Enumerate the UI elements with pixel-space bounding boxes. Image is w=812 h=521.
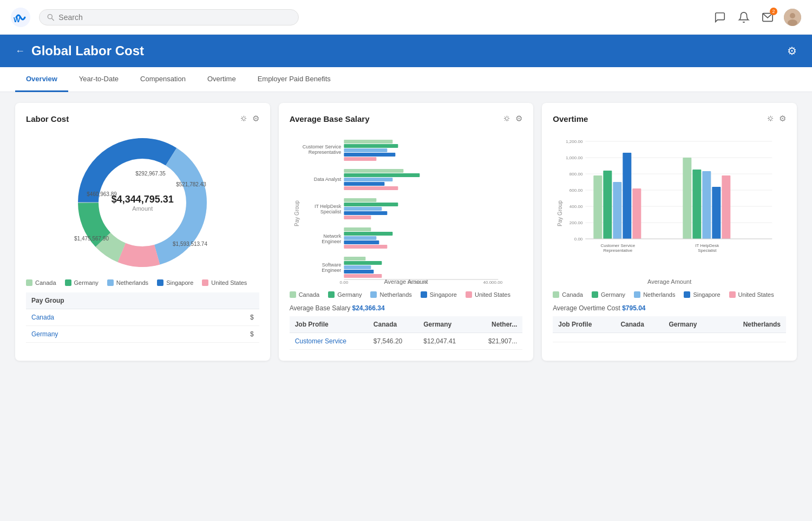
svg-rect-46 xyxy=(344,236,376,240)
svg-point-2 xyxy=(48,14,52,18)
svg-text:Customer Service: Customer Service xyxy=(302,144,341,149)
chat-icon[interactable] xyxy=(712,10,728,25)
legend-germany-label: Germany xyxy=(74,279,99,286)
inbox-icon[interactable]: 2 xyxy=(760,10,775,25)
overtime-legend: Canada Germany Netherlands Singapore Uni… xyxy=(553,291,786,298)
svg-rect-76 xyxy=(623,153,632,239)
ot-legend-netherlands: Netherlands xyxy=(634,291,675,298)
salary-legend-us: United States xyxy=(466,291,510,298)
ot-legend-germany: Germany xyxy=(592,291,625,298)
svg-text:1,200.00: 1,200.00 xyxy=(566,139,584,144)
th-value xyxy=(201,292,259,309)
overtime-icons: ⛭ ⚙ xyxy=(767,114,786,123)
avg-salary-card: Average Base Salary ⛭ ⚙ Pay Group Custom… xyxy=(279,103,534,361)
canada-link[interactable]: Canada xyxy=(31,314,54,321)
svg-rect-44 xyxy=(344,227,371,231)
overtime-bar-chart: Pay Group 1,200.00 1,000.00 800.00 600.0… xyxy=(553,132,786,284)
svg-rect-51 xyxy=(344,265,371,269)
gear-card-icon2[interactable]: ⚙ xyxy=(515,114,522,123)
labor-cost-card: Labor Cost ⛭ ⚙ xyxy=(15,103,270,361)
svg-text:$521,782.43: $521,782.43 xyxy=(176,181,207,187)
salary-chart-svg: Pay Group Customer Service Representativ… xyxy=(290,132,523,284)
svg-text:Software: Software xyxy=(322,262,341,268)
salary-legend-singapore: Singapore xyxy=(421,291,457,298)
svg-text:$1,475,567.90: $1,475,567.90 xyxy=(74,236,109,242)
filter-icon2[interactable]: ⛭ xyxy=(503,114,511,123)
svg-text:$1,593,513.74: $1,593,513.74 xyxy=(173,241,207,247)
svg-rect-30 xyxy=(344,144,398,148)
svg-text:20,000.00: 20,000.00 xyxy=(407,280,427,284)
search-bar[interactable] xyxy=(39,9,299,25)
svg-text:Engineer: Engineer xyxy=(322,268,341,273)
svg-text:Customer Service: Customer Service xyxy=(601,243,636,248)
svg-text:Network: Network xyxy=(323,233,342,239)
settings-icon[interactable]: ⚙ xyxy=(787,44,797,57)
cs-nether: $21,907... xyxy=(473,333,522,350)
svg-rect-31 xyxy=(344,148,387,152)
svg-text:$292,967.35: $292,967.35 xyxy=(136,171,166,177)
svg-point-7 xyxy=(788,19,797,26)
tab-compensation[interactable]: Compensation xyxy=(129,67,197,92)
th-pay-group: Pay Group xyxy=(26,292,201,309)
legend-netherlands: Netherlands xyxy=(107,279,148,286)
svg-rect-29 xyxy=(344,140,392,144)
svg-rect-41 xyxy=(344,207,382,211)
ot-table-empty xyxy=(553,333,786,342)
avg-salary-stat: Average Base Salary $24,366.34 xyxy=(290,304,523,312)
svg-text:Pay Group: Pay Group xyxy=(558,200,564,226)
svg-point-6 xyxy=(790,13,795,18)
gear-card-icon[interactable]: ⚙ xyxy=(252,114,259,123)
filter-icon[interactable]: ⛭ xyxy=(240,114,248,123)
svg-rect-32 xyxy=(344,153,395,157)
filter-icon3[interactable]: ⛭ xyxy=(767,114,775,123)
customer-service-link[interactable]: Customer Service xyxy=(295,337,346,345)
salary-table-row: Customer Service $7,546.20 $12,047.41 $2… xyxy=(290,333,523,350)
overtime-title: Overtime xyxy=(553,114,588,123)
ot-table-row xyxy=(553,333,786,342)
tab-overtime[interactable]: Overtime xyxy=(197,67,247,92)
germany-link[interactable]: Germany xyxy=(31,330,58,338)
svg-rect-78 xyxy=(683,158,692,239)
cs-germany: $12,047.41 xyxy=(418,333,473,350)
table-row: Germany $ xyxy=(26,326,259,343)
svg-rect-74 xyxy=(604,171,612,239)
svg-text:0.00: 0.00 xyxy=(339,280,348,284)
back-button[interactable]: ← xyxy=(15,45,25,57)
svg-rect-40 xyxy=(344,203,398,206)
svg-text:400.00: 400.00 xyxy=(569,204,583,209)
overtime-table: Job Profile Canada Germany Netherlands xyxy=(553,316,786,342)
svg-rect-39 xyxy=(344,198,376,202)
tab-ytd[interactable]: Year-to-Date xyxy=(68,67,129,92)
search-input[interactable] xyxy=(58,13,291,22)
legend-us-dot xyxy=(202,279,208,286)
legend-canada: Canada xyxy=(26,279,56,286)
gear-card-icon3[interactable]: ⚙ xyxy=(779,114,786,123)
svg-text:1,000.00: 1,000.00 xyxy=(566,155,584,160)
labor-cost-header: Labor Cost ⛭ ⚙ xyxy=(26,114,259,123)
svg-rect-43 xyxy=(344,216,371,219)
avatar[interactable] xyxy=(784,9,801,26)
legend-singapore-dot xyxy=(157,279,163,286)
salary-legend-germany: Germany xyxy=(328,291,362,298)
svg-rect-49 xyxy=(344,257,365,260)
svg-text:W: W xyxy=(14,16,21,24)
donut-chart: $292,967.35 $521,782.43 $1,475,567.90 $1… xyxy=(26,132,259,273)
donut-label: Amount xyxy=(112,205,174,212)
salary-legend-canada: Canada xyxy=(290,291,320,298)
bell-icon[interactable] xyxy=(736,10,751,25)
salary-legend: Canada Germany Netherlands Singapore Uni… xyxy=(290,291,523,298)
svg-rect-53 xyxy=(344,274,382,278)
svg-rect-50 xyxy=(344,261,382,265)
tab-employer-paid[interactable]: Employer Paid Benefits xyxy=(247,67,342,92)
overtime-card: Overtime ⛭ ⚙ Pay Group 1,200.00 1,000.00… xyxy=(542,103,797,361)
svg-rect-81 xyxy=(712,187,721,239)
tab-overview[interactable]: Overview xyxy=(15,67,68,92)
avg-salary-header: Average Base Salary ⛭ ⚙ xyxy=(290,114,523,123)
table-row: Canada $ xyxy=(26,309,259,326)
svg-rect-38 xyxy=(344,186,398,190)
legend-us: United States xyxy=(202,279,247,286)
svg-rect-34 xyxy=(344,169,403,173)
legend-canada-label: Canada xyxy=(35,279,56,286)
svg-rect-47 xyxy=(344,240,379,244)
overtime-chart-svg: Pay Group 1,200.00 1,000.00 800.00 600.0… xyxy=(553,132,786,284)
